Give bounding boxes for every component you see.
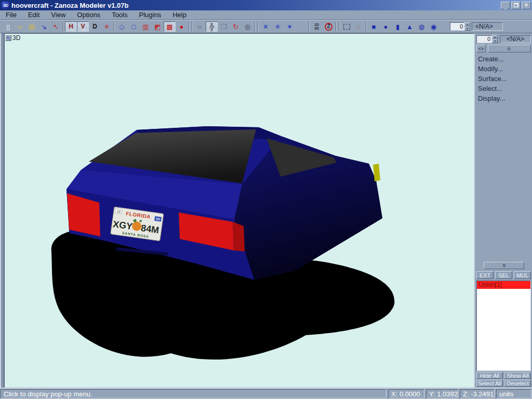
deselect-button[interactable]: Deselect: [504, 380, 531, 387]
panel-collapse-up-button[interactable]: «: [488, 45, 531, 52]
material-sphere-icon[interactable]: ●: [176, 21, 188, 32]
save-file-icon[interactable]: ▤: [26, 21, 38, 32]
toolbar-separator: [309, 22, 310, 31]
menu-tools[interactable]: Tools: [106, 11, 133, 19]
scene-canvas[interactable]: 10 98 FLORIDA XGY 84M SANTA ROSA: [5, 34, 474, 387]
objects-mode-icon[interactable]: ▩: [164, 21, 176, 32]
sidebar-spinner-down-icon[interactable]: ▼: [492, 39, 498, 43]
sidebar-item-create[interactable]: Create...: [476, 54, 531, 64]
viewport-3d[interactable]: ↖ 3D: [4, 33, 474, 388]
panel-collapse-down-button[interactable]: «: [484, 262, 524, 269]
import-icon[interactable]: ↘: [38, 21, 50, 32]
rotate-view-icon[interactable]: ↻: [230, 21, 242, 32]
select-circle-icon[interactable]: ◌: [353, 21, 365, 32]
main-toolbar: ▯ ▱ ▤ ↘ ↖ H V D ✳ ◇ □ ▥ ◩ ▩ ● ○ ╬ ❒ ↻ ◎ …: [0, 20, 532, 33]
status-z-coordinate: Z: -3.2491: [460, 389, 495, 398]
taillight-right-side: [233, 222, 245, 251]
horizontal-toggle-icon[interactable]: H: [65, 21, 77, 32]
sidebar-spinner-field[interactable]: 0: [476, 35, 492, 43]
pan-view-icon[interactable]: ╬: [206, 21, 218, 32]
zoom-view-icon[interactable]: ○: [194, 21, 206, 32]
primitive-torus-icon[interactable]: ◍: [416, 21, 428, 32]
mul-mode-button[interactable]: MUL: [514, 271, 531, 279]
menu-bar: File Edit View Options Tools Plugins Hel…: [0, 10, 532, 20]
create-polygon-icon[interactable]: ◇: [116, 21, 128, 32]
toolbar-separator: [189, 22, 190, 31]
left-dock-strip: [0, 33, 4, 388]
disable-z-icon: Z: [325, 23, 332, 31]
primitive-box-icon[interactable]: ■: [368, 21, 380, 32]
chevron-down-icon: «: [500, 264, 508, 267]
object-list-item[interactable]: Union[1]: [477, 281, 530, 289]
menu-plugins[interactable]: Plugins: [133, 11, 167, 19]
status-bar: Click to display pop-up menu. X: 0.0000 …: [0, 388, 532, 399]
menu-file[interactable]: File: [0, 11, 22, 19]
toolbar-spinner: 0 ▲ ▼: [450, 22, 470, 31]
snap-grid-icon[interactable]: ▦: [296, 21, 308, 32]
vertices-mode-icon[interactable]: □: [128, 21, 140, 32]
restore-button[interactable]: [511, 2, 521, 9]
title-bar: 3D hoovercraft - Zanoza Modeler v1.07b _…: [0, 0, 532, 10]
ext-mode-button[interactable]: EXT: [476, 271, 494, 279]
hide-all-button[interactable]: Hide All: [476, 372, 503, 379]
disable-z-button[interactable]: Z: [323, 21, 335, 32]
panel-expand-button[interactable]: <>: [476, 45, 486, 52]
mode-2d3d-icon[interactable]: 2D 3D: [311, 21, 323, 32]
edges-mode-icon[interactable]: ▥: [140, 21, 152, 32]
minimize-button[interactable]: _: [501, 2, 510, 9]
sidebar-item-select[interactable]: Select...: [476, 84, 531, 94]
primitive-cylinder-icon[interactable]: ▮: [392, 21, 404, 32]
show-all-button[interactable]: Show All: [504, 372, 531, 379]
export-icon[interactable]: ↖: [50, 21, 62, 32]
axis-icon[interactable]: ✳: [101, 21, 113, 32]
scale-tool-icon[interactable]: ✳: [272, 21, 284, 32]
vertical-toggle-icon[interactable]: V: [77, 21, 89, 32]
faces-mode-icon[interactable]: ◩: [152, 21, 164, 32]
viewport-maximize-button[interactable]: ↖: [5, 35, 11, 41]
sidebar-spinner-up-icon[interactable]: ▲: [492, 35, 498, 39]
open-file-icon[interactable]: ▱: [14, 21, 26, 32]
move-tool-icon[interactable]: ✕: [260, 21, 272, 32]
status-message: Click to display pop-up menu.: [1, 389, 387, 398]
sidebar-item-modify[interactable]: Modify...: [476, 64, 531, 74]
status-units: units: [496, 389, 531, 398]
viewport-label: 3D: [12, 34, 20, 42]
primitive-sphere-icon[interactable]: ●: [380, 21, 392, 32]
new-file-icon[interactable]: ▯: [2, 21, 14, 32]
chevron-up-icon: «: [506, 47, 513, 50]
dialog-toggle-icon[interactable]: D: [89, 21, 101, 32]
app-icon: 3D: [2, 2, 10, 9]
sel-mode-button[interactable]: SEL: [495, 271, 512, 279]
sidebar-item-display[interactable]: Display...: [476, 94, 531, 103]
toolbar-separator: [258, 22, 259, 31]
close-button[interactable]: ×: [522, 2, 531, 9]
primitive-geosphere-icon[interactable]: ◉: [428, 21, 440, 32]
sidebar-selection-combo[interactable]: <N/A>: [500, 35, 531, 43]
status-y-coordinate: Y: 1.0392: [426, 389, 458, 398]
menu-options[interactable]: Options: [71, 11, 106, 19]
window-title: hoovercraft - Zanoza Modeler v1.07b: [11, 2, 500, 9]
minimize-icon: _: [504, 4, 507, 9]
plate-sticker-right-text: 98: [156, 217, 161, 221]
spinner-up-icon[interactable]: ▲: [464, 22, 470, 26]
select-all-button[interactable]: Select All: [476, 380, 503, 387]
toolbar-separator: [339, 22, 340, 31]
menu-view[interactable]: View: [45, 11, 71, 19]
right-panel: 0 ▲ ▼ <N/A> <> « Create... Modify... Sur…: [474, 33, 532, 388]
object-list[interactable]: Union[1]: [476, 281, 531, 371]
primitive-cone-icon[interactable]: ▲: [404, 21, 416, 32]
toolbar-selection-combo[interactable]: <N/A>: [472, 22, 503, 31]
menu-help[interactable]: Help: [167, 11, 192, 19]
menu-edit[interactable]: Edit: [22, 11, 45, 19]
perspective-cube-icon[interactable]: ❒: [218, 21, 230, 32]
zoom-extents-icon[interactable]: ◎: [242, 21, 254, 32]
toolbar-separator: [63, 22, 64, 31]
toolbar-separator: [366, 22, 367, 31]
select-rectangle-button[interactable]: [341, 21, 353, 32]
spinner-down-icon[interactable]: ▼: [464, 26, 470, 31]
plate-sticker-left-text: 10: [116, 209, 121, 214]
rotate-tool-icon[interactable]: ✶: [284, 21, 296, 32]
sidebar-item-surface[interactable]: Surface...: [476, 74, 531, 84]
toolbar-separator: [114, 22, 115, 31]
toolbar-spinner-field[interactable]: 0: [450, 22, 464, 31]
